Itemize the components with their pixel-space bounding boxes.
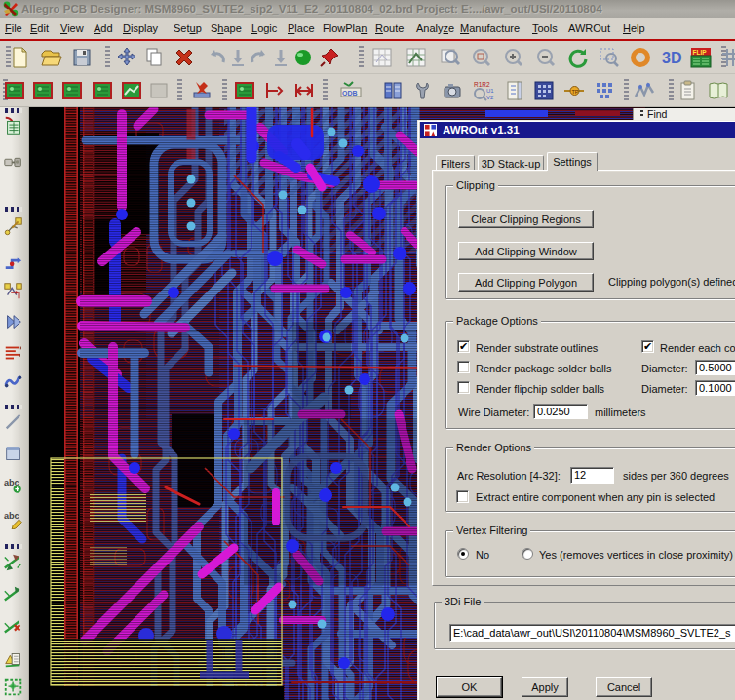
svg-text:U1: U1	[486, 88, 494, 94]
svg-text:abc: abc	[4, 511, 19, 521]
svg-text:V2: V2	[486, 95, 494, 100]
svg-text:FLIP: FLIP	[693, 49, 708, 56]
svg-text:ODB: ODB	[342, 90, 358, 97]
svg-text:TP: TP	[572, 89, 579, 95]
svg-text:3D: 3D	[662, 50, 681, 66]
svg-text:R1R2: R1R2	[474, 81, 490, 88]
